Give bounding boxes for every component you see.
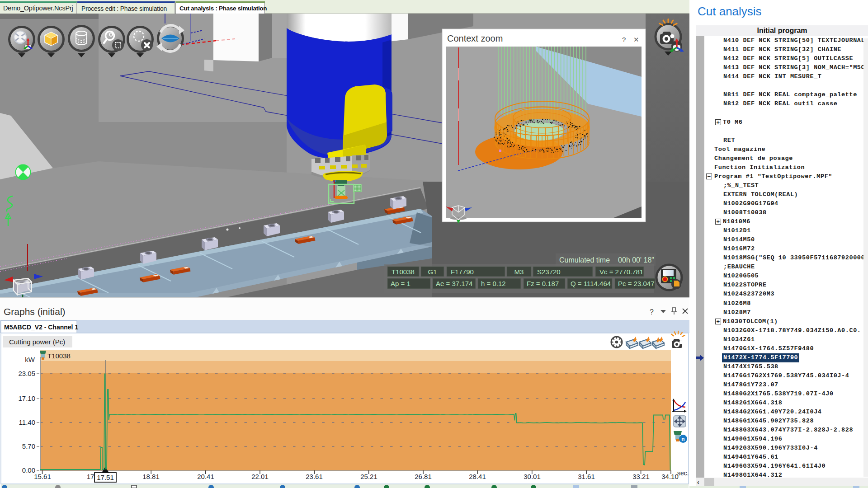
svg-text:23.05: 23.05: [18, 370, 35, 377]
svg-text:Ap = 1: Ap = 1: [391, 280, 410, 287]
svg-text:F17790: F17790: [451, 268, 474, 276]
svg-text:T10038: T10038: [392, 268, 415, 276]
svg-text:Context zoom: Context zoom: [447, 33, 503, 43]
svg-text:17: 17: [87, 473, 94, 480]
svg-text:34.10: 34.10: [661, 473, 679, 480]
svg-text:M3: M3: [514, 268, 524, 276]
svg-text:n: n: [681, 436, 684, 442]
svg-text:17.10: 17.10: [18, 394, 35, 402]
svg-text:T10038: T10038: [47, 352, 71, 360]
svg-text:M5ABCD_V2 - Channel 1: M5ABCD_V2 - Channel 1: [4, 324, 78, 331]
svg-text:sec.: sec.: [677, 469, 689, 477]
svg-text:17.51: 17.51: [97, 474, 114, 481]
svg-text:G1: G1: [428, 268, 437, 276]
svg-text:11.40: 11.40: [19, 418, 35, 426]
svg-text:?: ?: [622, 36, 626, 43]
svg-text:Pc = 23.047: Pc = 23.047: [618, 280, 654, 287]
svg-text:S23720: S23720: [537, 268, 561, 276]
svg-text:Ae = 37.174: Ae = 37.174: [436, 280, 472, 287]
svg-text:Vc = 2770.781: Vc = 2770.781: [599, 268, 643, 276]
svg-text:✕: ✕: [633, 36, 639, 43]
svg-text:Cutting power (Pc): Cutting power (Pc): [9, 338, 65, 346]
svg-text:00h 00' 18": 00h 00' 18": [618, 256, 654, 264]
svg-text:h = 0.12: h = 0.12: [481, 280, 506, 287]
svg-text:5.70: 5.70: [22, 442, 35, 450]
svg-text:?: ?: [650, 308, 654, 316]
svg-text:Graphs (initial): Graphs (initial): [4, 306, 66, 317]
svg-text:Cumulated time: Cumulated time: [559, 256, 610, 264]
svg-text:Fz = 0.187: Fz = 0.187: [527, 280, 559, 287]
svg-text:Q = 1114.464: Q = 1114.464: [571, 280, 611, 287]
svg-text:0.00: 0.00: [22, 466, 35, 474]
svg-text:kW: kW: [25, 356, 35, 363]
